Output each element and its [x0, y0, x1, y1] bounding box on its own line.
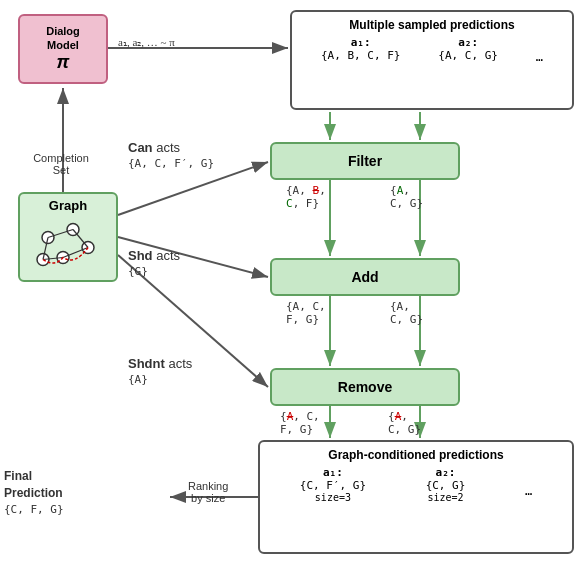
gc-pred-col-a1: a₁: {C, F′, G} size=3 — [300, 466, 366, 503]
gc-pred-a1-size: size=3 — [300, 492, 366, 503]
gc-pred-a1-label: a₁: — [300, 466, 366, 479]
final-prediction-content: {C, F, G} — [4, 502, 64, 517]
can-acts-label: Can acts {A, C, F′, G} — [128, 140, 214, 170]
pred-col-a2: a₂: {A, C, G} — [438, 36, 498, 64]
remove-output-col1: {A, C,F, G} — [280, 410, 320, 436]
graph-illustration — [33, 215, 103, 275]
filter-output-col2: {A, C, G} — [390, 184, 423, 210]
final-prediction: FinalPrediction {C, F, G} — [4, 468, 64, 517]
gc-pred-ellipsis: … — [525, 466, 532, 503]
add-box: Add — [270, 258, 460, 296]
gc-pred-a2-label: a₂: — [426, 466, 466, 479]
graph-box: Graph — [18, 192, 118, 282]
filter-out-A: A — [397, 184, 404, 197]
filter-box: Filter — [270, 142, 460, 180]
ranking-label: Rankingby size — [188, 480, 228, 504]
pred-col-a1: a₁: {A, B, C, F} — [321, 36, 400, 64]
remove-out-A2: A — [395, 410, 402, 423]
sampled-arrow-label: a₁, a₂, … ~ π — [118, 36, 175, 49]
dialog-model-pi: π — [57, 52, 70, 73]
completion-set-label: Completion Set — [6, 152, 116, 176]
add-output-col1: {A, C,F, G} — [286, 300, 326, 326]
shd-acts-label: Shd acts {G} — [128, 248, 180, 278]
pred-a2-label: a₂: — [438, 36, 498, 49]
gc-pred-col-a2: a₂: {C, G} size=2 — [426, 466, 466, 503]
pred-a2-content: {A, C, G} — [438, 49, 498, 62]
filter-out-C: C — [286, 197, 293, 210]
final-prediction-title: FinalPrediction — [4, 468, 64, 502]
gc-pred-a1-content: {C, F′, G} — [300, 479, 366, 492]
remove-output-col2: {A,C, G} — [388, 410, 421, 436]
multiple-predictions-box: Multiple sampled predictions a₁: {A, B, … — [290, 10, 574, 110]
graph-label: Graph — [49, 198, 87, 213]
multiple-predictions-title: Multiple sampled predictions — [302, 18, 562, 32]
dialog-model-title: Dialog Model — [46, 25, 80, 51]
filter-output-col1: {A, B, C, F} — [286, 184, 326, 210]
diagram: Dialog Model π a₁, a₂, … ~ π Completion … — [0, 0, 588, 564]
remove-box: Remove — [270, 368, 460, 406]
filter-label: Filter — [348, 153, 382, 169]
gc-predictions-title: Graph-conditioned predictions — [270, 448, 562, 462]
remove-label: Remove — [338, 379, 392, 395]
gc-pred-a2-content: {C, G} — [426, 479, 466, 492]
gc-pred-a2-size: size=2 — [426, 492, 466, 503]
add-output-col2: {A,C, G} — [390, 300, 423, 326]
remove-out-A1: A — [287, 410, 294, 423]
shdnt-acts-label: Shdnt acts {A} — [128, 356, 192, 386]
pred-a1-content: {A, B, C, F} — [321, 49, 400, 62]
dialog-model-box: Dialog Model π — [18, 14, 108, 84]
filter-out-B: B — [313, 184, 320, 197]
svg-line-23 — [73, 230, 88, 248]
add-label: Add — [351, 269, 378, 285]
gc-predictions-box: Graph-conditioned predictions a₁: {C, F′… — [258, 440, 574, 554]
pred-ellipsis: … — [536, 36, 543, 64]
pred-a1-label: a₁: — [321, 36, 400, 49]
